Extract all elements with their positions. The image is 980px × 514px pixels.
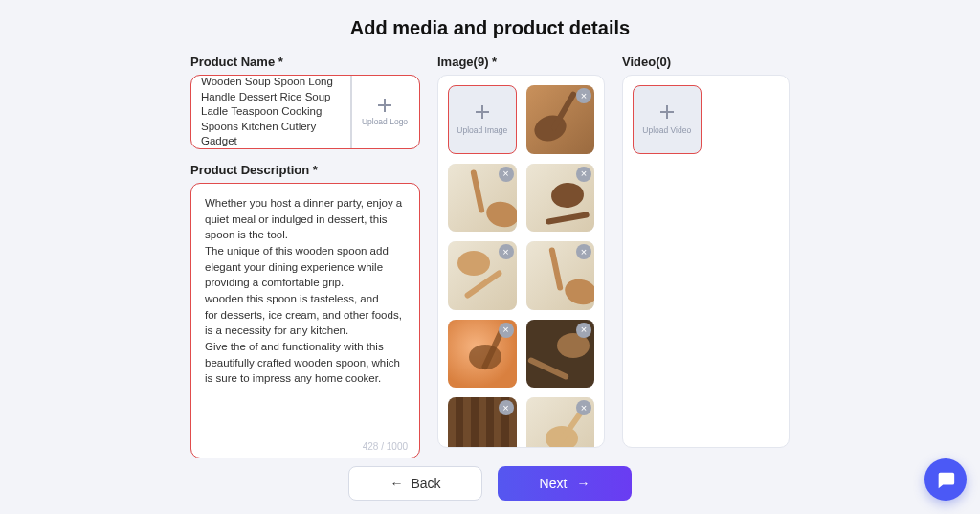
product-name-label: Product Name *: [190, 55, 420, 69]
plus-icon: [475, 104, 490, 120]
arrow-right-icon: [574, 476, 590, 491]
video-grid: Upload Video: [633, 85, 779, 154]
plus-icon: [659, 104, 675, 120]
back-button-label: Back: [411, 476, 440, 491]
delete-image-button[interactable]: ×: [576, 167, 591, 182]
upload-video-label: Upload Video: [642, 125, 691, 135]
chat-icon: [935, 469, 956, 490]
product-name-card: Wooden Soup Spoon Long Handle Dessert Ri…: [190, 75, 420, 149]
next-button-label: Next: [540, 476, 568, 491]
delete-image-button[interactable]: ×: [499, 400, 514, 415]
delete-image-button[interactable]: ×: [499, 244, 514, 259]
video-column: Video(0) Upload Video: [622, 55, 790, 458]
arrow-left-icon: [390, 476, 403, 491]
upload-logo-button[interactable]: Upload Logo: [360, 98, 410, 126]
footer-actions: Back Next: [0, 466, 980, 501]
chat-support-button[interactable]: [924, 458, 967, 501]
next-button[interactable]: Next: [498, 466, 632, 501]
plus-icon: [377, 98, 392, 113]
image-thumb[interactable]: ×: [448, 164, 517, 233]
product-description-card: Whether you host a dinner party, enjoy a…: [190, 183, 420, 458]
image-thumb[interactable]: ×: [526, 397, 595, 448]
content-row: Product Name * Wooden Soup Spoon Long Ha…: [0, 55, 980, 458]
image-thumb[interactable]: ×: [526, 85, 595, 154]
image-thumb[interactable]: ×: [448, 320, 517, 389]
upload-image-button[interactable]: Upload Image: [448, 85, 517, 154]
image-column: Image(9) * Upload Image × × ×: [437, 55, 605, 458]
image-thumb[interactable]: ×: [526, 320, 595, 389]
delete-image-button[interactable]: ×: [576, 323, 591, 338]
image-label: Image(9) *: [437, 55, 605, 69]
upload-video-button[interactable]: Upload Video: [633, 85, 702, 154]
image-thumb[interactable]: ×: [526, 241, 595, 310]
delete-image-button[interactable]: ×: [499, 167, 514, 182]
product-name-input[interactable]: Wooden Soup Spoon Long Handle Dessert Ri…: [201, 75, 352, 149]
back-button[interactable]: Back: [348, 466, 482, 501]
description-char-counter: 428 / 1000: [363, 441, 408, 452]
image-thumb[interactable]: ×: [526, 164, 595, 233]
delete-image-button[interactable]: ×: [499, 323, 514, 338]
product-description-section: Product Description * Whether you host a…: [190, 163, 420, 458]
product-description-textarea[interactable]: Whether you host a dinner party, enjoy a…: [205, 195, 406, 387]
image-grid: Upload Image × × × ×: [448, 85, 594, 448]
delete-image-button[interactable]: ×: [576, 244, 591, 259]
product-description-label: Product Description *: [190, 163, 420, 177]
image-thumb[interactable]: ×: [448, 241, 517, 310]
delete-image-button[interactable]: ×: [576, 88, 591, 103]
video-label: Video(0): [622, 55, 790, 69]
page-title: Add media and product details: [0, 0, 980, 55]
delete-image-button[interactable]: ×: [576, 400, 591, 415]
image-thumb[interactable]: ×: [448, 397, 517, 448]
image-card: Upload Image × × × ×: [437, 75, 605, 448]
video-card: Upload Video: [622, 75, 790, 448]
upload-image-label: Upload Image: [457, 125, 507, 135]
upload-logo-label: Upload Logo: [362, 117, 408, 126]
left-column: Product Name * Wooden Soup Spoon Long Ha…: [190, 55, 420, 458]
